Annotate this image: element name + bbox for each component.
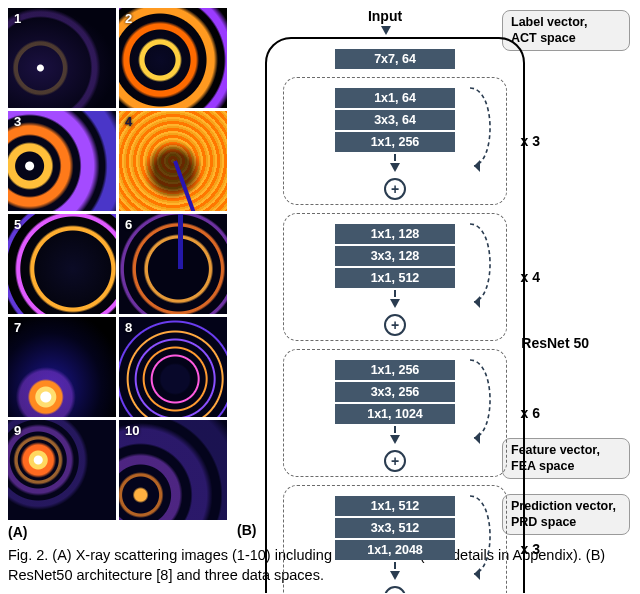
conv-layer: 1x1, 256 <box>335 360 455 380</box>
side-label-prd-text: Prediction vector, PRD space <box>511 499 616 529</box>
dashed-arrow-icon <box>290 562 500 580</box>
xray-tile-2: 2 <box>119 8 227 108</box>
dashed-arrow-icon <box>290 426 500 444</box>
xray-pattern <box>8 214 116 314</box>
xray-pattern <box>8 8 116 108</box>
res-block-3: 1x1, 256 3x3, 256 1x1, 1024 + x 6 <box>283 349 507 477</box>
tile-number: 8 <box>125 320 132 335</box>
tile-number: 7 <box>14 320 21 335</box>
xray-pattern <box>8 317 116 417</box>
input-label: Input <box>265 8 505 24</box>
repeat-count: x 6 <box>521 405 540 421</box>
conv-layer: 3x3, 512 <box>335 518 455 538</box>
xray-tile-3: 3 <box>8 111 116 211</box>
xray-tile-7: 7 <box>8 317 116 417</box>
conv-layer: 3x3, 256 <box>335 382 455 402</box>
conv-layer: 1x1, 512 <box>335 268 455 288</box>
xray-pattern <box>119 111 227 211</box>
repeat-count: x 3 <box>521 133 540 149</box>
resnet-outline: ResNet 50 7x7, 64 1x1, 64 3x3, 64 1x1, 2… <box>265 37 525 593</box>
panel-a-wrap: 1 2 3 4 5 6 7 <box>8 8 227 540</box>
dashed-arrow-icon <box>290 154 500 172</box>
panel-a-tag: (A) <box>8 524 227 540</box>
tile-number: 4 <box>125 114 132 129</box>
sum-node-icon: + <box>384 178 406 200</box>
xray-pattern <box>119 317 227 417</box>
conv-layer: 1x1, 2048 <box>335 540 455 560</box>
sum-node-icon: + <box>384 450 406 472</box>
stem-layer: 7x7, 64 <box>335 49 455 69</box>
conv-layer: 1x1, 1024 <box>335 404 455 424</box>
xray-tile-5: 5 <box>8 214 116 314</box>
sum-node-icon: + <box>384 314 406 336</box>
xray-pattern <box>119 8 227 108</box>
panel-b-tag: (B) <box>237 522 256 538</box>
xray-tile-8: 8 <box>119 317 227 417</box>
conv-layer: 3x3, 128 <box>335 246 455 266</box>
tile-number: 6 <box>125 217 132 232</box>
repeat-count: x 3 <box>521 541 540 557</box>
repeat-count: x 4 <box>521 269 540 285</box>
panel-b-wrap: Label vector, ACT space Feature vector, … <box>237 8 632 536</box>
xray-tile-6: 6 <box>119 214 227 314</box>
figure: 1 2 3 4 5 6 7 <box>8 8 632 540</box>
sum-node-icon: + <box>384 586 406 593</box>
conv-layer: 1x1, 128 <box>335 224 455 244</box>
xray-tile-1: 1 <box>8 8 116 108</box>
tile-number: 10 <box>125 423 139 438</box>
tile-number: 2 <box>125 11 132 26</box>
side-label-act-text: Label vector, ACT space <box>511 15 587 45</box>
xray-image-grid: 1 2 3 4 5 6 7 <box>8 8 227 520</box>
res-block-4: 1x1, 512 3x3, 512 1x1, 2048 + x 3 <box>283 485 507 593</box>
xray-tile-10: 10 <box>119 420 227 520</box>
xray-tile-9: 9 <box>8 420 116 520</box>
conv-layer: 3x3, 64 <box>335 110 455 130</box>
res-block-2: 1x1, 128 3x3, 128 1x1, 512 + x 4 <box>283 213 507 341</box>
res-block-1: 1x1, 64 3x3, 64 1x1, 256 + x 3 <box>283 77 507 205</box>
conv-layer: 1x1, 512 <box>335 496 455 516</box>
xray-tile-4: 4 <box>119 111 227 211</box>
xray-pattern <box>8 420 116 520</box>
conv-layer: 1x1, 256 <box>335 132 455 152</box>
dashed-arrow-icon <box>290 290 500 308</box>
tile-number: 9 <box>14 423 21 438</box>
xray-pattern <box>119 214 227 314</box>
arrow-down-icon <box>381 26 391 35</box>
tile-number: 1 <box>14 11 21 26</box>
side-label-act: Label vector, ACT space <box>502 10 630 51</box>
tile-number: 5 <box>14 217 21 232</box>
conv-layer: 1x1, 64 <box>335 88 455 108</box>
tile-number: 3 <box>14 114 21 129</box>
xray-pattern <box>8 111 116 211</box>
resnet-name: ResNet 50 <box>521 335 589 351</box>
